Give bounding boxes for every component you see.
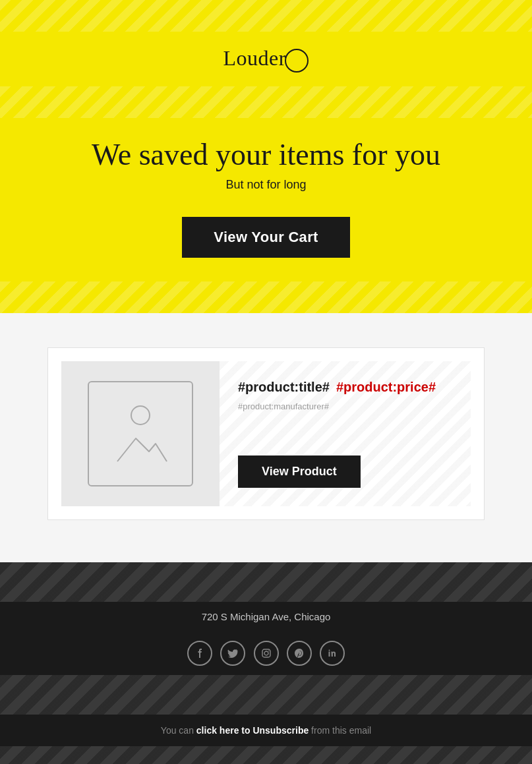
- footer-stripe-bottom: [0, 746, 532, 764]
- logo-text: Louder: [223, 46, 286, 70]
- product-manufacturer: #product:manufacturer#: [238, 401, 329, 411]
- logo: Louder: [223, 56, 309, 67]
- logo-band: Louder: [0, 32, 532, 86]
- hero-stripe-top: [0, 0, 532, 32]
- product-cta-wrapper: View Product: [238, 429, 452, 488]
- placeholder-circle-icon: [131, 405, 150, 425]
- headline-band: We saved your items for you But not for …: [0, 118, 532, 198]
- page-title: We saved your items for you: [26, 138, 506, 173]
- twitter-icon[interactable]: [220, 641, 245, 666]
- pinterest-icon[interactable]: [287, 641, 312, 666]
- product-card: #product:title# #product:price# #product…: [47, 347, 485, 520]
- footer-social-band: [0, 632, 532, 675]
- product-meta: #product:title# #product:price# #product…: [238, 380, 452, 411]
- footer-address-band: 720 S Michigan Ave, Chicago: [0, 602, 532, 632]
- footer-section: 720 S Michigan Ave, Chicago You can clic…: [0, 562, 532, 764]
- product-image-col: [61, 361, 220, 506]
- page-subtitle: But not for long: [26, 178, 506, 192]
- unsubscribe-suffix: from this email: [309, 725, 371, 736]
- footer-unsubscribe-band: You can click here to Unsubscribe from t…: [0, 715, 532, 746]
- svg-rect-0: [262, 649, 270, 657]
- product-section: #product:title# #product:price# #product…: [0, 332, 532, 544]
- unsubscribe-link[interactable]: click here to Unsubscribe: [196, 725, 309, 736]
- placeholder-mountain-icon: [111, 432, 170, 465]
- view-cart-button[interactable]: View Your Cart: [182, 217, 349, 258]
- spacer-1: [0, 313, 532, 332]
- view-product-button[interactable]: View Product: [238, 455, 361, 488]
- hero-stripe-bottom: [0, 281, 532, 313]
- product-image-placeholder: [88, 381, 193, 486]
- footer-address: 720 S Michigan Ave, Chicago: [202, 611, 331, 622]
- product-price: #product:price#: [336, 380, 436, 395]
- svg-point-2: [268, 650, 268, 651]
- cta-band: View Your Cart: [0, 198, 532, 281]
- logo-circle-icon: [285, 49, 309, 73]
- instagram-icon[interactable]: [254, 641, 279, 666]
- svg-point-1: [264, 651, 268, 655]
- product-title: #product:title#: [238, 380, 330, 395]
- hero-stripe-mid: [0, 86, 532, 118]
- footer-stripe-mid: [0, 675, 532, 715]
- footer-stripe-top: [0, 562, 532, 602]
- spacer-2: [0, 544, 532, 562]
- hero-section: Louder We saved your items for you But n…: [0, 0, 532, 313]
- unsubscribe-prefix: You can: [161, 725, 196, 736]
- product-info-col: #product:title# #product:price# #product…: [220, 361, 471, 506]
- facebook-icon[interactable]: [187, 641, 212, 666]
- linkedin-icon[interactable]: [320, 641, 345, 666]
